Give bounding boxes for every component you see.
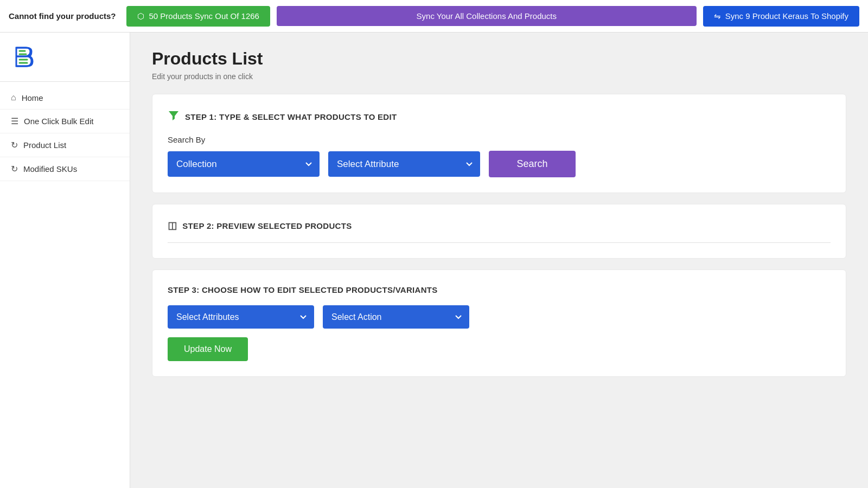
step2-header: ◫ STEP 2: PREVIEW SELECTED PRODUCTS xyxy=(168,220,831,232)
filter-icon xyxy=(168,110,180,124)
attribute-select[interactable]: Select Attribute Title Price SKU Barcode… xyxy=(328,151,480,177)
warning-text: Cannot find your products? xyxy=(9,11,116,21)
logo-area xyxy=(0,43,130,81)
step3-header: STEP 3: CHOOSE HOW TO EDIT SELECTED PROD… xyxy=(168,285,831,294)
sidebar-item-bulk-edit[interactable]: ☰ One Click Bulk Edit xyxy=(0,110,130,133)
sync-green-icon: ⬡ xyxy=(137,11,144,21)
sync-purple-label: Sync Your All Collections And Products xyxy=(417,11,557,21)
main-content: Products List Edit your products in one … xyxy=(130,33,868,488)
step2-divider xyxy=(168,242,831,243)
app-logo xyxy=(11,43,38,70)
step1-header-label: STEP 1: TYPE & SELECT WHAT PRODUCTS TO E… xyxy=(185,112,397,121)
product-list-icon: ↻ xyxy=(11,140,18,150)
step2-card: ◫ STEP 2: PREVIEW SELECTED PRODUCTS xyxy=(152,204,846,259)
sidebar-item-modified-skus-label: Modified SKUs xyxy=(23,164,77,174)
select-attributes[interactable]: Select Attributes Title Price SKU Barcod… xyxy=(168,305,314,329)
update-now-button[interactable]: Update Now xyxy=(168,337,248,361)
page-subtitle: Edit your products in one click xyxy=(152,72,846,81)
top-bar: Cannot find your products? ⬡ 50 Products… xyxy=(0,0,868,33)
sidebar-divider xyxy=(0,81,130,82)
sidebar-item-product-list[interactable]: ↻ Product List xyxy=(0,133,130,157)
step1-card: STEP 1: TYPE & SELECT WHAT PRODUCTS TO E… xyxy=(152,94,846,193)
step1-controls: Collection Tag Vendor Product Type Selec… xyxy=(168,151,831,177)
search-button[interactable]: Search xyxy=(489,151,576,177)
step3-controls: Select Attributes Title Price SKU Barcod… xyxy=(168,305,831,329)
bulk-edit-icon: ☰ xyxy=(11,116,18,126)
sidebar-item-product-list-label: Product List xyxy=(23,140,66,150)
sync-green-label: 50 Products Sync Out Of 1266 xyxy=(149,11,259,21)
search-by-label: Search By xyxy=(168,135,831,144)
sync-blue-label: Sync 9 Product Keraus To Shopify xyxy=(725,11,848,21)
step2-header-label: STEP 2: PREVIEW SELECTED PRODUCTS xyxy=(182,221,352,230)
page-title: Products List xyxy=(152,49,846,69)
grid-icon: ◫ xyxy=(168,220,177,232)
sync-green-button[interactable]: ⬡ 50 Products Sync Out Of 1266 xyxy=(126,6,270,27)
collection-select[interactable]: Collection Tag Vendor Product Type xyxy=(168,151,320,177)
app-layout: ⌂ Home ☰ One Click Bulk Edit ↻ Product L… xyxy=(0,33,868,488)
home-icon: ⌂ xyxy=(11,93,16,102)
sidebar-item-bulk-edit-label: One Click Bulk Edit xyxy=(24,117,93,126)
modified-skus-icon: ↻ xyxy=(11,164,18,174)
sidebar-item-modified-skus[interactable]: ↻ Modified SKUs xyxy=(0,157,130,181)
select-action[interactable]: Select Action Set Add Subtract Multiply … xyxy=(323,305,469,329)
sidebar-item-home-label: Home xyxy=(22,93,43,102)
sync-blue-button[interactable]: ⇋ Sync 9 Product Keraus To Shopify xyxy=(703,6,859,27)
sync-blue-icon: ⇋ xyxy=(714,11,721,21)
step1-header: STEP 1: TYPE & SELECT WHAT PRODUCTS TO E… xyxy=(168,110,831,124)
sync-purple-button[interactable]: Sync Your All Collections And Products xyxy=(277,6,697,26)
sidebar-item-home[interactable]: ⌂ Home xyxy=(0,86,130,110)
step3-card: STEP 3: CHOOSE HOW TO EDIT SELECTED PROD… xyxy=(152,269,846,377)
sidebar: ⌂ Home ☰ One Click Bulk Edit ↻ Product L… xyxy=(0,33,130,488)
